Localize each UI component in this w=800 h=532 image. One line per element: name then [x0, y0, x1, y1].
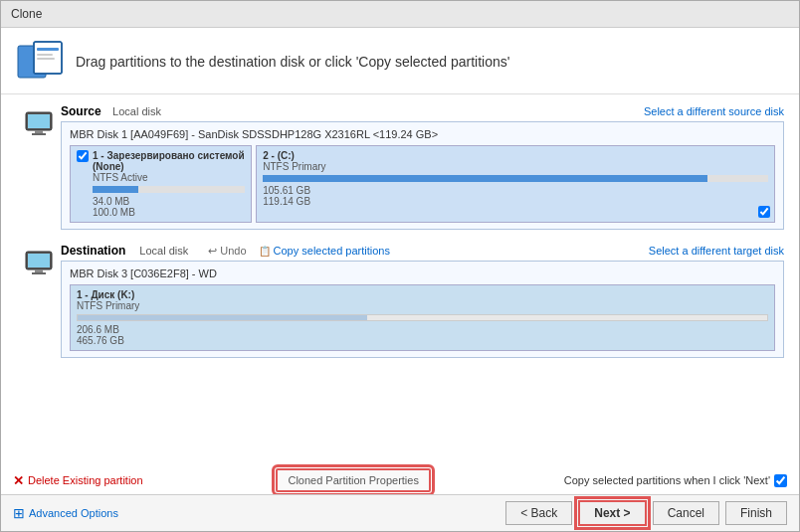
delete-partition-link[interactable]: Delete Existing partition: [28, 474, 143, 486]
source-disk-box: MBR Disk 1 [AA049F69] - SanDisk SDSSDHP1…: [61, 121, 784, 230]
dest-partition-1-type: NTFS Primary: [77, 300, 768, 311]
main-content: Source Local disk Select a different sou…: [1, 94, 799, 464]
delete-x-icon: ✕: [13, 473, 24, 488]
source-partition-1-sizes: 34.0 MB 100.0 MB: [93, 196, 245, 218]
clone-header-icon: [16, 38, 64, 86]
footer-left: ⊞ Advanced Options: [13, 505, 118, 521]
source-label-row: Source Local disk Select a different sou…: [61, 104, 784, 118]
source-partition-2: 2 - (C:) NTFS Primary 105.61 GB 119.14 G…: [256, 145, 775, 223]
back-button[interactable]: < Back: [505, 501, 572, 525]
svg-rect-4: [37, 54, 53, 56]
monitor-icon: [23, 108, 55, 140]
source-partition-1-bar-fill: [93, 186, 138, 193]
source-partition-1: 1 - Зарезервировано системой (None) NTFS…: [70, 145, 252, 223]
dest-partition-1-sizes: 206.6 MB 465.76 GB: [77, 324, 768, 346]
dest-partition-1-bar-bg: [77, 314, 768, 321]
source-partitions-row: 1 - Зарезервировано системой (None) NTFS…: [70, 145, 775, 223]
svg-rect-3: [37, 48, 59, 51]
cancel-button[interactable]: Cancel: [653, 501, 719, 525]
source-partition-1-label: 1 - Зарезервировано системой (None): [93, 150, 245, 172]
header-instruction: Drag partitions to the destination disk …: [76, 54, 509, 70]
source-partition-1-checkbox[interactable]: [77, 150, 89, 162]
source-section: Source Local disk Select a different sou…: [16, 104, 784, 230]
dest-section-label: Destination: [61, 244, 125, 258]
dest-label-row: Destination Local disk ↩ Undo 📋 Copy sel…: [61, 244, 784, 258]
select-target-link[interactable]: Select a different target disk: [649, 245, 784, 257]
source-partition-2-bar-fill: [263, 175, 707, 182]
adv-options-icon: ⊞: [13, 505, 25, 521]
dest-partition-1-bar-fill: [78, 315, 367, 320]
source-partition-2-checkbox[interactable]: [758, 206, 770, 218]
source-sublabel: Local disk: [112, 105, 161, 117]
dest-partition-1-label: 1 - Диск (K:): [77, 289, 768, 300]
destination-section: Destination Local disk ↩ Undo 📋 Copy sel…: [16, 244, 784, 358]
source-section-label: Source: [61, 104, 101, 118]
delete-partition-wrap: ✕ Delete Existing partition: [13, 473, 143, 488]
advanced-options-link[interactable]: Advanced Options: [29, 507, 118, 519]
dest-partitions-row: 1 - Диск (K:) NTFS Primary 206.6 MB 465.…: [70, 284, 775, 351]
source-partition-2-bar-bg: [263, 175, 768, 182]
copy-checkbox-label: Copy selected partitions when I click 'N…: [564, 474, 770, 486]
title-bar: Clone: [1, 1, 799, 28]
dest-disk-box: MBR Disk 3 [C036E2F8] - WD 1 - Диск (K:)…: [61, 261, 784, 358]
bottom-actions-row: ✕ Delete Existing partition Cloned Parti…: [1, 464, 799, 494]
copy-checkbox-row: Copy selected partitions when I click 'N…: [564, 474, 787, 487]
svg-rect-8: [35, 130, 43, 133]
dest-disk-title: MBR Disk 3 [C036E2F8] - WD: [70, 267, 775, 279]
undo-label: Undo: [220, 245, 246, 257]
cloned-properties-wrap: Cloned Partition Properties: [276, 468, 430, 492]
undo-icon: ↩: [208, 245, 217, 258]
copy-partitions-button[interactable]: 📋 Copy selected partitions: [259, 245, 390, 257]
source-right-col: Source Local disk Select a different sou…: [61, 104, 784, 230]
dest-icon-col: [16, 244, 61, 279]
dest-sublabel: Local disk: [139, 245, 188, 257]
dest-partition-1: 1 - Диск (K:) NTFS Primary 206.6 MB 465.…: [70, 284, 775, 351]
dest-label-tools: Destination Local disk ↩ Undo 📋 Copy sel…: [61, 244, 390, 258]
svg-rect-9: [32, 133, 46, 135]
source-partition-2-type: NTFS Primary: [263, 161, 768, 172]
undo-button[interactable]: ↩ Undo: [208, 245, 246, 258]
svg-rect-5: [37, 58, 55, 60]
window-title: Clone: [11, 7, 42, 21]
copy-partitions-label[interactable]: Copy selected partitions: [274, 245, 390, 257]
svg-rect-12: [35, 269, 43, 272]
footer-right: < Back Next > Cancel Finish: [505, 500, 787, 526]
copy-checkbox[interactable]: [774, 474, 787, 487]
dest-monitor-icon: [23, 248, 55, 279]
svg-rect-7: [28, 114, 50, 128]
copy-icon: 📋: [259, 246, 271, 257]
source-label: Source Local disk: [61, 104, 161, 118]
source-partition-2-label: 2 - (C:): [263, 150, 768, 161]
svg-rect-11: [28, 254, 50, 267]
finish-button[interactable]: Finish: [725, 501, 787, 525]
source-partition-1-bar-bg: [93, 186, 245, 193]
source-disk-title: MBR Disk 1 [AA049F69] - SanDisk SDSSDHP1…: [70, 128, 775, 140]
svg-rect-13: [32, 272, 46, 274]
clone-window: Clone Drag partitions to the destination…: [0, 0, 800, 532]
cloned-partition-properties-button[interactable]: Cloned Partition Properties: [276, 468, 430, 492]
source-partition-2-sizes: 105.61 GB 119.14 GB: [263, 185, 768, 207]
select-source-link[interactable]: Select a different source disk: [644, 105, 784, 117]
source-partition-1-type: NTFS Active: [93, 172, 245, 183]
header-section: Drag partitions to the destination disk …: [1, 28, 799, 94]
footer: ⊞ Advanced Options < Back Next > Cancel …: [1, 494, 799, 531]
dest-right-col: Destination Local disk ↩ Undo 📋 Copy sel…: [61, 244, 784, 358]
next-button[interactable]: Next >: [578, 500, 646, 526]
source-icon-col: [16, 104, 61, 140]
